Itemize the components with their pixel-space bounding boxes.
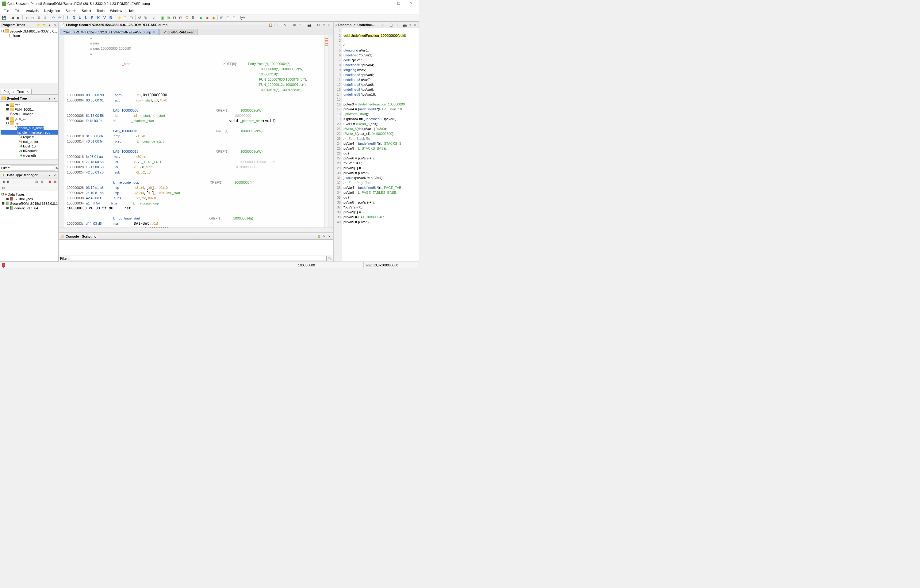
dtm-t1-icon[interactable]: ⊡ — [34, 180, 39, 184]
listing-minimap[interactable] — [324, 35, 328, 228]
console-lock-icon[interactable]: 🔒 — [317, 234, 321, 239]
lst-cursor-icon[interactable]: ↖ — [283, 23, 287, 27]
dtm-builtin[interactable]: ⊞📕 BuiltInTypes — [1, 197, 58, 201]
lst-t2-icon[interactable]: ⊡ — [298, 23, 302, 27]
bookmark1-icon[interactable]: ▣ — [159, 15, 165, 21]
tool3-icon[interactable]: ⊟ — [128, 15, 134, 21]
symbol-bRequest[interactable]: L● bRequest — [1, 149, 58, 153]
k-icon[interactable]: K — [96, 15, 101, 21]
dtm-t4-icon[interactable]: ▦ — [53, 180, 57, 184]
bookmark4-icon[interactable]: ⊡ — [178, 15, 183, 21]
symbol-free-[interactable]: ⊞ free... — [1, 102, 58, 107]
win2-icon[interactable]: ⊡ — [225, 15, 231, 21]
tool2-icon[interactable]: ⊡ — [122, 15, 128, 21]
tab0-close-icon[interactable]: ✕ — [153, 30, 155, 34]
pt-scrollh[interactable] — [0, 83, 58, 88]
menu-analysis[interactable]: Analysis — [24, 8, 41, 13]
console-filter-icon[interactable]: 🔍 — [327, 256, 332, 260]
l-icon[interactable]: L — [83, 15, 89, 21]
editor-tab-0[interactable]: *SecureROM-t8015si-3332.0.0.1.23-ROMRELE… — [60, 29, 159, 35]
pt-btn2-icon[interactable]: 📂 — [42, 23, 46, 27]
dtm-t2-icon[interactable]: ⊞ — [40, 180, 44, 184]
console-filter-input[interactable] — [70, 256, 327, 261]
win1-icon[interactable]: ⊞ — [219, 15, 225, 21]
menu-navigation[interactable]: Navigation — [42, 8, 63, 13]
listing-scrollh[interactable] — [59, 228, 333, 233]
close-button[interactable]: ✕ — [405, 0, 417, 7]
f-icon[interactable]: F — [89, 15, 95, 21]
redo-icon[interactable]: ↷ — [57, 15, 62, 21]
symbol-wLength[interactable]: L● wLength — [1, 153, 58, 158]
editor-tab-1[interactable]: iPhone8-SRAM.exec — [159, 29, 198, 35]
lst-t3-icon[interactable]: ⊟ — [316, 23, 321, 27]
win3-icon[interactable]: ⊟ — [231, 15, 237, 21]
tool1-icon[interactable]: ⚡ — [116, 15, 122, 21]
lst-snapshot-icon[interactable]: 📷 — [307, 23, 311, 27]
symbol-gpio_-[interactable]: ⊞ gpio_... — [1, 116, 58, 121]
dec-export-icon[interactable]: 📄 — [394, 23, 398, 27]
menu-help[interactable]: Help — [125, 8, 137, 13]
symbol-out_buffer[interactable]: P● out_buffer — [1, 139, 58, 144]
st-scrollh[interactable] — [0, 160, 58, 164]
dtm-back-icon[interactable]: ◀ — [1, 180, 5, 184]
dtm-menu-icon[interactable]: ▾ — [47, 173, 52, 177]
st-filter-icon[interactable]: ⚙ — [56, 166, 58, 170]
diamond-icon[interactable]: ◆ — [211, 15, 216, 21]
program-child-ram[interactable]: ram — [1, 34, 58, 38]
symbol-request[interactable]: P● request — [1, 134, 58, 139]
dtm-close-icon[interactable]: ✕ — [52, 173, 57, 177]
lst-close-icon[interactable]: ✕ — [327, 23, 332, 27]
menu-select[interactable]: Select — [79, 8, 94, 13]
v-icon[interactable]: V — [102, 15, 107, 21]
nav1-icon[interactable]: ◁ — [24, 15, 29, 21]
tool4-icon[interactable]: ↺ — [137, 15, 142, 21]
forward-icon[interactable]: ▶ — [16, 15, 21, 21]
lst-copy-icon[interactable]: 📋 — [268, 23, 273, 27]
bookmark6-icon[interactable]: ⇅ — [190, 15, 196, 21]
dtm-fwd-icon[interactable]: ▶ — [6, 180, 11, 184]
dec-copy-icon[interactable]: 📋 — [389, 23, 393, 27]
symbol-ha-[interactable]: ⊟ ha... — [1, 121, 58, 125]
dtm-root[interactable]: ⊟◆ Data Types — [1, 192, 58, 197]
program-root[interactable]: ⊟ SecureROM-t8015si-3332.0.0... — [1, 29, 58, 34]
pt-btn1-icon[interactable]: 📁 — [37, 23, 41, 27]
i-icon[interactable]: I — [65, 15, 71, 21]
menu-search[interactable]: Search — [63, 8, 79, 13]
comment-icon[interactable]: 💬 — [240, 15, 245, 21]
pt-menu-icon[interactable]: ▾ — [47, 23, 52, 27]
undo-icon[interactable]: ↶ — [50, 15, 56, 21]
tab-close-icon[interactable]: × — [27, 90, 29, 94]
back-icon[interactable]: ◀ — [10, 15, 15, 21]
menu-window[interactable]: Window — [108, 8, 125, 13]
program-tree-tab[interactable]: Program Tree × — [1, 89, 32, 94]
disassembly-area[interactable]: // // ram // ram: 100000000-1000fffff //… — [65, 35, 324, 228]
menu-edit[interactable]: Edit — [12, 8, 23, 13]
nav3-icon[interactable]: ⇩ — [36, 15, 42, 21]
dtm-securerom[interactable]: ⊞📗 SecureROM-t8015si-3332.0.0.1.2 — [1, 201, 58, 206]
symbol-handle_bus_reset[interactable]: f handle_bus_reset — [1, 125, 58, 130]
decompile-code[interactable]: void UndefinedFunction_100000000(void) {… — [342, 28, 419, 262]
lst-paste-icon[interactable]: 📄 — [274, 23, 278, 27]
check-icon[interactable]: ✓ — [151, 15, 157, 21]
dtm-generic[interactable]: ⊞📗 generic_clib_64 — [1, 206, 58, 210]
symbol-local_10[interactable]: L● local_10 — [1, 144, 58, 149]
dec-menu-icon[interactable]: ▾ — [408, 23, 412, 27]
b-icon[interactable]: B — [108, 15, 113, 21]
dec-snapshot-icon[interactable]: 📷 — [403, 23, 407, 27]
nav4-icon[interactable]: ⇧ — [42, 15, 48, 21]
symbol-getDFUImage[interactable]: f getDFUImage — [1, 111, 58, 116]
tool5-icon[interactable]: ↻ — [143, 15, 148, 21]
d-icon[interactable]: D — [71, 15, 77, 21]
dec-close-icon[interactable]: ✕ — [413, 23, 417, 27]
menu-tools[interactable]: Tools — [94, 8, 107, 13]
dec-refresh-icon[interactable]: ↻ — [380, 23, 385, 27]
dtm-t3-icon[interactable]: ▣ — [47, 180, 52, 184]
st-menu-icon[interactable]: ▾ — [47, 96, 52, 100]
run-icon[interactable]: ▶ — [198, 15, 204, 21]
status-icon[interactable] — [2, 263, 5, 268]
lst-t1-icon[interactable]: ⊞ — [292, 23, 296, 27]
menu-file[interactable]: File — [1, 8, 12, 13]
listing-scrollv[interactable] — [328, 35, 333, 228]
st-close-icon[interactable]: ✕ — [52, 96, 57, 100]
nav2-icon[interactable]: ▷ — [30, 15, 36, 21]
